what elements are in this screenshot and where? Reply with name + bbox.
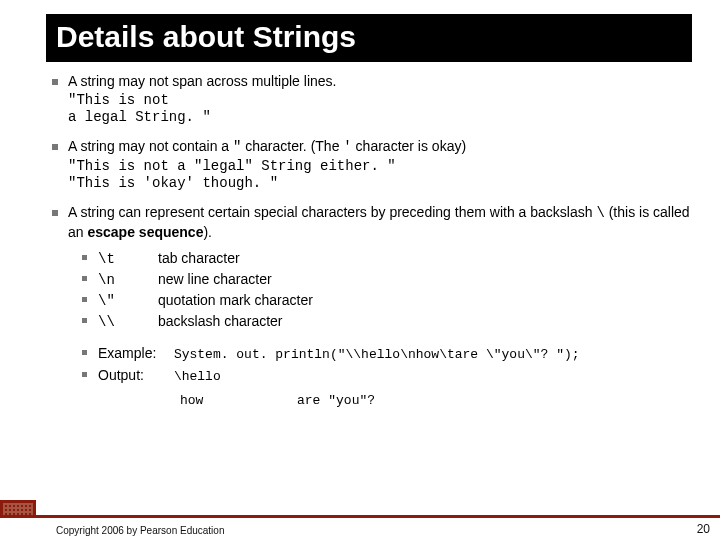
bullet-3-post: ). — [203, 224, 212, 240]
output-line-2: how are "you"? — [180, 392, 700, 410]
escape-desc: new line character — [158, 271, 272, 287]
bullet-3-pre: A string can represent certain special c… — [68, 204, 596, 220]
page-number: 20 — [697, 522, 710, 536]
bullet-1-code: "This is not a legal String. " — [68, 92, 700, 127]
escape-sym: \t — [98, 249, 158, 269]
bullet-3-bold: escape sequence — [87, 224, 203, 240]
example-code: System. out. println("\\hello\nhow\tare … — [174, 347, 580, 362]
output-label: Output: — [98, 365, 170, 385]
output-line-1: \hello — [174, 369, 221, 384]
bullet-2: A string may not contain a " character. … — [46, 137, 700, 193]
escape-list: \ttab character \nnew line character \"q… — [78, 248, 700, 333]
escape-row: \"quotation mark character — [78, 290, 700, 311]
bullet-1: A string may not span across multiple li… — [46, 72, 700, 127]
bullet-2-code: "This is not a "legal" String either. " … — [68, 158, 700, 193]
example-label: Example: — [98, 343, 170, 363]
bullet-2-pre: A string may not contain a — [68, 138, 233, 154]
bullet-2-code2: ' — [343, 139, 351, 155]
escape-sym: \" — [98, 291, 158, 311]
escape-row: \nnew line character — [78, 269, 700, 290]
bullet-3: A string can represent certain special c… — [46, 203, 700, 410]
escape-sym: \n — [98, 270, 158, 290]
slide-body: A string may not span across multiple li… — [46, 72, 700, 410]
bullet-2-mid: character. (The — [241, 138, 343, 154]
bullet-1-text: A string may not span across multiple li… — [68, 73, 336, 89]
bullet-2-post: character is okay) — [352, 138, 466, 154]
escape-desc: quotation mark character — [158, 292, 313, 308]
slide-title: Details about Strings — [46, 14, 692, 62]
escape-row: \\backslash character — [78, 311, 700, 332]
bullet-3-codechar: \ — [596, 205, 604, 221]
output-row: Output: \hello — [78, 365, 700, 387]
copyright-text: Copyright 2006 by Pearson Education — [56, 525, 224, 536]
escape-desc: backslash character — [158, 313, 283, 329]
example-list: Example: System. out. println("\\hello\n… — [78, 343, 700, 387]
escape-row: \ttab character — [78, 248, 700, 269]
escape-desc: tab character — [158, 250, 240, 266]
example-row: Example: System. out. println("\\hello\n… — [78, 343, 700, 365]
escape-sym: \\ — [98, 312, 158, 332]
